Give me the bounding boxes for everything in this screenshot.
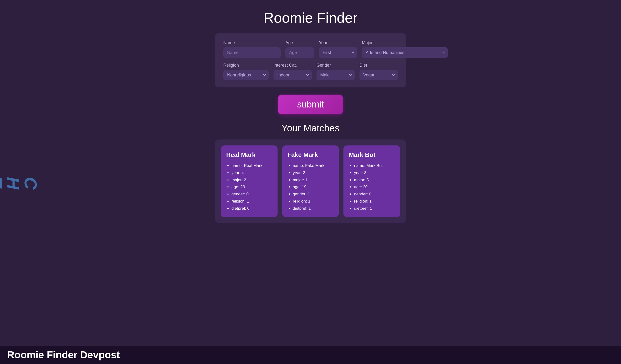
match-card: Fake Markname: Fake Markyear: 2major: 1a… — [282, 145, 339, 217]
age-label: Age — [285, 40, 314, 45]
list-item: gender: 0 — [354, 191, 395, 197]
major-label: Major — [362, 40, 448, 45]
interest-group: Interest Cat. Indoor Outdoor Sports Arts… — [274, 63, 312, 80]
year-group: Year First Second Third Fourth — [319, 40, 357, 58]
banner-text: Roomie Finder Devpost — [7, 349, 120, 360]
list-item: major: 5 — [354, 177, 395, 183]
religion-label: Religion — [223, 63, 269, 68]
submit-button[interactable]: submit — [278, 95, 343, 114]
name-input[interactable] — [223, 47, 281, 58]
diet-select[interactable]: Vegan Vegetarian Omnivore Kosher Halal G… — [360, 70, 398, 80]
match-card-list: name: Mark Botyear: 3major: 5age: 20gend… — [349, 163, 395, 211]
match-card-title: Fake Mark — [288, 151, 334, 159]
gender-label: Gender — [316, 63, 355, 68]
match-card-list: name: Fake Markyear: 2major: 1age: 19gen… — [288, 163, 334, 211]
interest-label: Interest Cat. — [274, 63, 312, 68]
list-item: dietpref: 1 — [293, 206, 334, 211]
list-item: year: 3 — [354, 170, 395, 176]
form-row-2: Religion Nonreligious Christian Muslim J… — [223, 63, 398, 80]
religion-group: Religion Nonreligious Christian Muslim J… — [223, 63, 269, 80]
religion-select[interactable]: Nonreligious Christian Muslim Jewish Hin… — [223, 70, 269, 80]
gender-group: Gender Male Female Non-binary Prefer not… — [316, 63, 355, 80]
list-item: religion: 1 — [293, 198, 334, 204]
list-item: year: 2 — [293, 170, 334, 176]
cards-grid: Real Markname: Real Markyear: 4major: 2a… — [221, 145, 400, 217]
diet-group: Diet Vegan Vegetarian Omnivore Kosher Ha… — [360, 63, 398, 80]
side-decoration-text: CHTD — [0, 177, 39, 187]
list-item: gender: 0 — [231, 191, 272, 197]
list-item: age: 19 — [293, 184, 334, 190]
match-card: Real Markname: Real Markyear: 4major: 2a… — [221, 145, 277, 217]
bottom-banner: Roomie Finder Devpost — [0, 346, 621, 364]
age-group: Age — [285, 40, 314, 58]
side-decoration: CHTD — [0, 0, 10, 364]
list-item: age: 20 — [354, 184, 395, 190]
year-label: Year — [319, 40, 357, 45]
major-select[interactable]: Arts and Humanities Science Engineering … — [362, 47, 448, 58]
list-item: religion: 1 — [231, 198, 272, 204]
match-card-title: Mark Bot — [349, 151, 395, 159]
diet-label: Diet — [360, 63, 398, 68]
list-item: gender: 1 — [293, 191, 334, 197]
match-card-title: Real Mark — [226, 151, 272, 159]
list-item: major: 1 — [293, 177, 334, 183]
list-item: name: Fake Mark — [293, 163, 334, 169]
match-card-list: name: Real Markyear: 4major: 2age: 23gen… — [226, 163, 272, 211]
major-group: Major Arts and Humanities Science Engine… — [362, 40, 448, 58]
year-select[interactable]: First Second Third Fourth — [319, 47, 357, 58]
list-item: dietpref: 1 — [354, 206, 395, 211]
list-item: age: 23 — [231, 184, 272, 190]
list-item: religion: 1 — [354, 198, 395, 204]
name-group: Name — [223, 40, 281, 58]
list-item: dietpref: 0 — [231, 206, 272, 211]
form-row-1: Name Age Year First Second Third Fourth … — [223, 40, 398, 58]
form-panel: Name Age Year First Second Third Fourth … — [215, 33, 406, 87]
interest-select[interactable]: Indoor Outdoor Sports Arts Technology — [274, 70, 312, 80]
matches-container: Real Markname: Real Markyear: 4major: 2a… — [215, 139, 406, 223]
page-title: Roomie Finder — [263, 10, 358, 26]
gender-select[interactable]: Male Female Non-binary Prefer not to say — [316, 70, 355, 80]
matches-title: Your Matches — [281, 123, 339, 134]
main-container: Roomie Finder Name Age Year First Second… — [155, 0, 466, 242]
list-item: name: Real Mark — [231, 163, 272, 169]
list-item: year: 4 — [231, 170, 272, 176]
list-item: name: Mark Bot — [354, 163, 395, 169]
list-item: major: 2 — [231, 177, 272, 183]
match-card: Mark Botname: Mark Botyear: 3major: 5age… — [344, 145, 400, 217]
name-label: Name — [223, 40, 281, 45]
age-input[interactable] — [285, 47, 314, 58]
